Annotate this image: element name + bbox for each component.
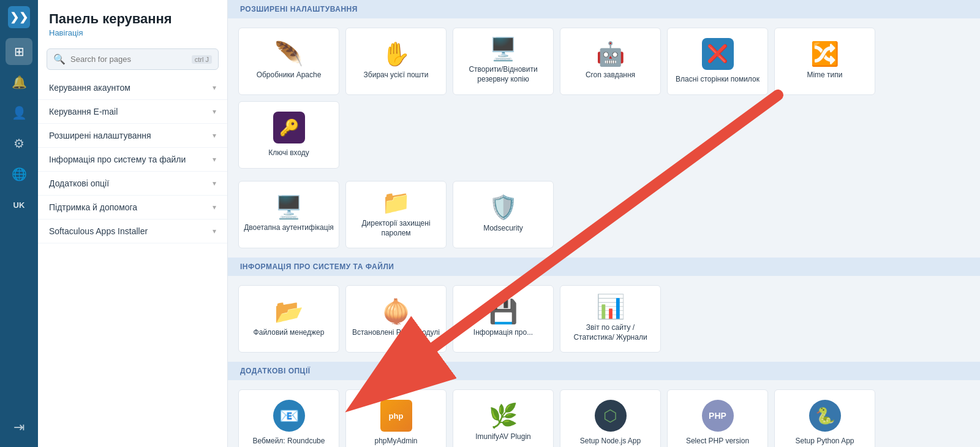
php-version-icon: PHP — [702, 400, 734, 432]
card-phpmyadmin[interactable]: php phpMyAdmin — [345, 389, 447, 447]
apache-icon: 🪶 — [274, 42, 303, 66]
advanced-cards-grid: 🪶 Обробники Apache ✋ Збирач усієї пошти … — [228, 18, 980, 178]
python-icon: 🐍 — [809, 400, 841, 432]
perl-icon: 🧅 — [382, 300, 410, 323]
section-header-sysinfo: ІНФОРМАЦІЯ ПРО СИСТЕМУ ТА ФАЙЛИ — [228, 258, 980, 276]
card-2fa[interactable]: 🖥️ Двоетапна аутентифікація — [238, 181, 339, 248]
card-python[interactable]: 🐍 Setup Python App — [774, 389, 875, 447]
search-input[interactable] — [70, 55, 187, 64]
user-nav-icon[interactable]: 👤 — [6, 99, 32, 126]
lang-nav-label[interactable]: UK — [6, 191, 32, 218]
advanced-cards-grid2: 🖥️ Двоетапна аутентифікація 📁 Директорії… — [228, 178, 980, 258]
card-protected-dirs[interactable]: 📁 Директорії захищені паролем — [345, 181, 447, 248]
card-modsecurity[interactable]: 🛡️ Modsecurity — [453, 181, 554, 248]
card-label: Звіт по сайту / Статистика/ Журнали — [565, 323, 655, 342]
card-php-version[interactable]: PHP Select PHP version — [667, 389, 768, 447]
card-label: Власні сторінки помилок — [676, 75, 760, 85]
logo[interactable]: ❯❯ — [8, 6, 30, 28]
card-label: Вебмейл: Roundcube — [253, 437, 325, 446]
card-mime[interactable]: 🔀 Mime типи — [774, 28, 875, 95]
card-label: Директорії захищені паролем — [351, 219, 441, 238]
search-icon: 🔍 — [53, 53, 66, 65]
card-file-manager[interactable]: 📂 Файловий менеджер — [238, 285, 339, 353]
card-label: Створити/Відновити резервну копію — [458, 65, 548, 84]
error-pages-icon: ❌ — [702, 38, 734, 70]
card-label: Двоетапна аутентифікація — [244, 223, 334, 233]
card-label: Select PHP version — [686, 437, 749, 446]
search-box[interactable]: 🔍 ctrl J — [47, 48, 219, 70]
file-manager-icon: 📂 — [274, 300, 303, 323]
chevron-icon: ▾ — [213, 155, 216, 164]
sidebar-title: Панель керування — [49, 11, 216, 27]
sidebar-nav: Керування акаунтом ▾ Керування E-mail ▾ … — [38, 76, 227, 243]
sidebar-subtitle: Навігація — [49, 28, 216, 37]
card-error-pages[interactable]: ❌ Власні сторінки помилок — [667, 28, 768, 95]
search-shortcut: ctrl J — [192, 55, 212, 64]
card-imunifyav[interactable]: 🌿 ImunifyAV Plugin — [453, 389, 554, 447]
sidebar-item-email[interactable]: Керування E-mail ▾ — [38, 100, 227, 124]
sysinfo-cards-grid: 📂 Файловий менеджер 🧅 Встановлені PERL м… — [228, 276, 980, 362]
mail-collector-icon: ✋ — [382, 42, 410, 66]
nodejs-icon: ⬡ — [595, 400, 627, 432]
grid-nav-icon[interactable]: ⊞ — [6, 38, 32, 65]
card-mail-collector[interactable]: ✋ Збирач усієї пошти — [345, 28, 447, 95]
cron-icon: 🤖 — [596, 42, 625, 66]
card-label: Setup Python App — [795, 437, 854, 446]
section-header-advanced: РОЗШИРЕНІ НАЛАШТУВАННЯ — [228, 0, 980, 18]
card-label: Інформація про... — [473, 328, 533, 338]
card-label: Mime типи — [807, 71, 842, 80]
chevron-icon: ▾ — [213, 107, 216, 116]
card-label: phpMyAdmin — [374, 437, 417, 446]
card-nodejs[interactable]: ⬡ Setup Node.js App — [560, 389, 661, 447]
sidebar-item-account[interactable]: Керування акаунтом ▾ — [38, 76, 227, 100]
card-roundcube[interactable]: 📧 Вебмейл: Roundcube — [238, 389, 339, 447]
card-cron[interactable]: 🤖 Cron завдання — [560, 28, 661, 95]
login-keys-icon: 🔑 — [273, 112, 305, 143]
card-label: Modsecurity — [483, 224, 523, 234]
roundcube-icon: 📧 — [273, 400, 305, 432]
sidebar-item-advanced[interactable]: Розширені налаштування ▾ — [38, 124, 227, 148]
logout-nav-icon[interactable]: ⇥ — [6, 414, 32, 441]
sidebar-item-additional[interactable]: Додаткові опції ▾ — [38, 172, 227, 196]
backup-icon: 🖥️ — [489, 38, 517, 60]
globe-nav-icon[interactable]: 🌐 — [6, 161, 32, 188]
sidebar-header: Панель керування Навігація — [38, 0, 227, 42]
chevron-icon: ▾ — [213, 203, 216, 212]
main-content: РОЗШИРЕНІ НАЛАШТУВАННЯ 🪶 Обробники Apach… — [228, 0, 980, 447]
sidebar: Панель керування Навігація 🔍 ctrl J Керу… — [38, 0, 228, 447]
card-label: ImunifyAV Plugin — [475, 432, 531, 442]
card-system-info[interactable]: 💾 Інформація про... — [453, 285, 554, 353]
stats-icon: 📊 — [596, 295, 625, 318]
card-perl[interactable]: 🧅 Встановлені PERL модулі — [345, 285, 447, 353]
card-label: Ключі входу — [268, 148, 309, 158]
section-header-additional: ДОДАТКОВІ ОПЦІЇ — [228, 362, 980, 380]
chevron-icon: ▾ — [213, 179, 216, 188]
card-login-keys[interactable]: 🔑 Ключі входу — [238, 101, 339, 169]
card-label: Збирач усієї пошти — [364, 71, 429, 80]
card-backup[interactable]: 🖥️ Створити/Відновити резервну копію — [453, 28, 554, 95]
chevron-icon: ▾ — [213, 227, 216, 235]
card-label: Setup Node.js App — [580, 437, 641, 446]
chevron-icon: ▾ — [213, 83, 216, 92]
card-label: Cron завдання — [586, 71, 635, 80]
card-label: Встановлені PERL модулі — [352, 328, 440, 338]
mime-icon: 🔀 — [810, 42, 839, 66]
modsecurity-icon: 🛡️ — [489, 196, 518, 219]
phpmyadmin-icon: php — [380, 400, 412, 432]
card-apache[interactable]: 🪶 Обробники Apache — [238, 28, 339, 95]
imunifyav-icon: 🌿 — [489, 404, 518, 427]
2fa-icon: 🖥️ — [275, 196, 303, 218]
card-stats[interactable]: 📊 Звіт по сайту / Статистика/ Журнали — [560, 285, 661, 353]
chevron-icon: ▾ — [213, 131, 216, 140]
card-label: Файловий менеджер — [254, 328, 325, 338]
settings-nav-icon[interactable]: ⚙ — [6, 130, 32, 157]
icon-bar: ❯❯ ⊞ 🔔 👤 ⚙ 🌐 UK ⇥ — [0, 0, 38, 447]
bell-nav-icon[interactable]: 🔔 — [6, 69, 32, 96]
sidebar-item-support[interactable]: Підтримка й допомога ▾ — [38, 196, 227, 220]
sidebar-item-softaculous[interactable]: Softaculous Apps Installer ▾ — [38, 220, 227, 243]
protected-dirs-icon: 📁 — [382, 191, 410, 214]
system-info-icon: 💾 — [489, 300, 518, 323]
card-label: Обробники Apache — [257, 71, 322, 80]
additional-cards-grid: 📧 Вебмейл: Roundcube php phpMyAdmin 🌿 Im… — [228, 380, 980, 447]
sidebar-item-sysinfo[interactable]: Інформація про систему та файли ▾ — [38, 148, 227, 172]
